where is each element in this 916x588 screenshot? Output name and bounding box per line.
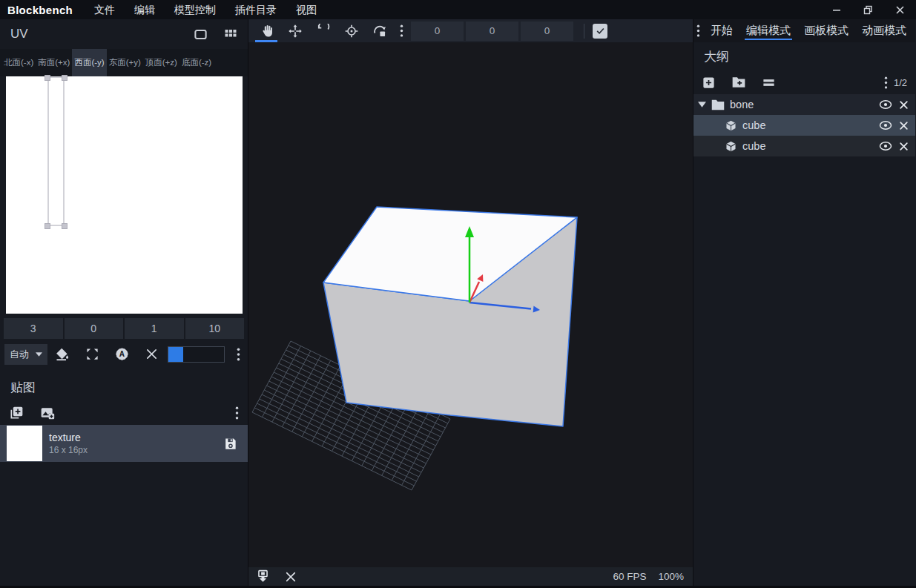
screenshot-icon[interactable] xyxy=(256,569,270,584)
move-tool-button[interactable] xyxy=(281,19,309,42)
titlebar: Blockbench 文件 编辑 模型控制 插件目录 视图 xyxy=(0,0,916,19)
outliner-row-cube[interactable]: cube xyxy=(693,136,915,156)
grid-view-icon[interactable] xyxy=(224,27,237,41)
outliner-pagination: 1/2 xyxy=(894,77,907,88)
pivot-tool-button[interactable] xyxy=(337,19,366,42)
tab-face-west[interactable]: 西面(-y) xyxy=(72,49,106,76)
tab-face-north[interactable]: 北面(-x) xyxy=(1,49,36,76)
auto-uv-icon[interactable]: A xyxy=(107,346,136,362)
tab-animate-mode[interactable]: 动画模式 xyxy=(855,19,913,42)
lock-x-icon[interactable] xyxy=(899,142,909,151)
rotate-square-icon xyxy=(372,24,387,39)
uv-handle-top-right[interactable] xyxy=(62,75,67,81)
lock-x-icon[interactable] xyxy=(899,121,909,131)
mode-tabs-menu-icon[interactable] xyxy=(694,24,704,37)
frame-icon[interactable] xyxy=(194,27,208,42)
tab-paint-mode[interactable]: 画板模式 xyxy=(797,19,855,42)
viewport-statusbar: 60 FPS 100% xyxy=(248,567,693,586)
move-icon xyxy=(288,24,303,39)
uv-handle-top-left[interactable] xyxy=(45,75,50,81)
close-button[interactable] xyxy=(884,0,916,19)
outliner-menu-icon[interactable] xyxy=(884,76,888,89)
tab-edit-mode[interactable]: 编辑模式 xyxy=(739,19,797,42)
tab-face-east[interactable]: 东面(+y) xyxy=(107,49,143,76)
menu-edit[interactable]: 编辑 xyxy=(125,0,165,19)
toolbar-separator xyxy=(584,24,584,39)
visibility-eye-icon[interactable] xyxy=(879,99,892,110)
visibility-eye-icon[interactable] xyxy=(879,141,892,151)
menu-plugins[interactable]: 插件目录 xyxy=(225,0,286,19)
create-texture-icon[interactable] xyxy=(9,406,24,420)
outliner-row-cube-selected[interactable]: cube xyxy=(693,115,915,136)
rotate-tool-button[interactable] xyxy=(309,19,337,42)
add-cube-icon[interactable] xyxy=(702,76,716,90)
uv-editor-canvas[interactable] xyxy=(6,76,243,314)
clear-uv-icon[interactable] xyxy=(136,348,166,360)
uv-position-fields: 3 0 1 10 xyxy=(0,314,248,341)
sort-bars-icon[interactable] xyxy=(762,76,776,90)
import-texture-icon[interactable] xyxy=(40,406,55,420)
tab-face-up[interactable]: 顶面(+z) xyxy=(143,49,179,76)
tab-start[interactable]: 开始 xyxy=(704,19,739,42)
texture-info: texture 16 x 16px xyxy=(49,432,88,455)
uv-toolbar-menu-icon[interactable] xyxy=(237,348,243,361)
folder-icon xyxy=(711,99,725,110)
texture-name: texture xyxy=(49,432,88,443)
uv-mode-dropdown[interactable]: 自动 xyxy=(4,344,47,365)
cube-name[interactable]: cube xyxy=(742,119,765,131)
caret-down-icon[interactable] xyxy=(698,102,706,108)
toggle-checkbox[interactable] xyxy=(593,24,607,39)
uv-handle-bottom-left[interactable] xyxy=(45,223,50,229)
toolbar-menu-icon[interactable] xyxy=(394,19,409,42)
hand-tool-button[interactable] xyxy=(253,19,281,42)
texture-list-item[interactable]: texture 16 x 16px xyxy=(0,425,248,462)
group-name[interactable]: bone xyxy=(730,99,754,110)
transform-space-button[interactable] xyxy=(366,19,394,42)
textures-panel-header: 贴图 xyxy=(0,367,248,400)
uv-toolbar: 自动 A xyxy=(0,341,248,367)
slider-handle[interactable] xyxy=(168,347,183,362)
position-z-field[interactable]: 0 xyxy=(521,22,573,41)
pivot-icon xyxy=(344,24,359,39)
visibility-eye-icon[interactable] xyxy=(879,120,892,131)
uv-panel-title: UV xyxy=(10,27,28,42)
save-texture-icon[interactable] xyxy=(223,437,237,451)
uv-texture-panel: UV 北面(-x) 南面(+x) 西面(-y) 东面(+y) 顶面(+z) 底面… xyxy=(0,19,248,586)
tab-face-down[interactable]: 底面(-z) xyxy=(179,49,214,76)
outliner-toolbar: 1/2 xyxy=(693,70,915,94)
uv-y-field[interactable]: 0 xyxy=(65,318,124,339)
paint-bucket-icon[interactable] xyxy=(47,347,77,362)
rotate-icon xyxy=(316,24,331,39)
window-controls xyxy=(820,0,916,19)
outliner-panel: 开始 编辑模式 画板模式 动画模式 大纲 1/2 xyxy=(693,19,915,586)
add-group-icon[interactable] xyxy=(731,75,746,90)
outliner-header: 大纲 xyxy=(693,42,915,70)
uv-height-field[interactable]: 10 xyxy=(185,318,245,339)
textures-menu-icon[interactable] xyxy=(235,406,239,420)
uv-selection-box[interactable] xyxy=(47,76,65,226)
menu-file[interactable]: 文件 xyxy=(85,0,125,19)
menu-view[interactable]: 视图 xyxy=(286,0,326,19)
cube-name[interactable]: cube xyxy=(742,140,765,152)
uv-panel-header: UV xyxy=(0,19,248,49)
restore-button[interactable] xyxy=(852,0,884,19)
close-session-icon[interactable] xyxy=(285,571,297,583)
uv-opacity-slider[interactable] xyxy=(168,346,225,363)
maximize-uv-icon[interactable] xyxy=(77,347,107,361)
tab-face-south[interactable]: 南面(+x) xyxy=(36,49,72,76)
minimize-icon xyxy=(832,5,841,14)
texture-thumbnail[interactable] xyxy=(7,426,42,461)
zoom-indicator: 100% xyxy=(658,571,684,582)
position-y-field[interactable]: 0 xyxy=(466,22,518,41)
check-icon xyxy=(596,26,605,36)
outliner-row-bone[interactable]: bone xyxy=(693,94,915,115)
3d-viewport[interactable] xyxy=(248,42,693,567)
uv-width-field[interactable]: 1 xyxy=(125,318,184,339)
menu-transform[interactable]: 模型控制 xyxy=(165,0,225,19)
uv-mode-label: 自动 xyxy=(10,348,29,361)
lock-x-icon[interactable] xyxy=(899,100,909,110)
position-x-field[interactable]: 0 xyxy=(411,22,464,41)
uv-x-field[interactable]: 3 xyxy=(4,318,63,339)
minimize-button[interactable] xyxy=(820,0,852,19)
uv-handle-bottom-right[interactable] xyxy=(62,223,67,229)
